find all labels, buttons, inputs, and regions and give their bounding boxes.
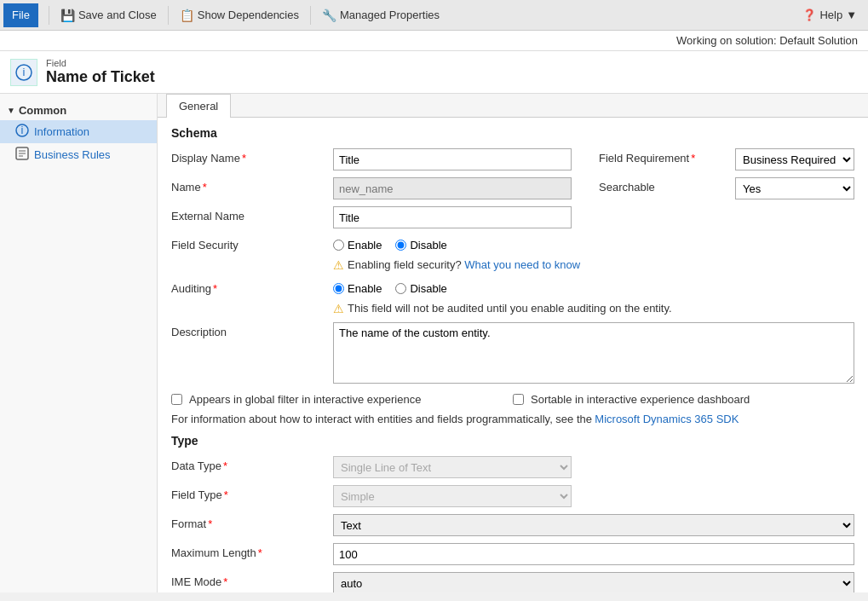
global-filter-col: Appears in global filter in interactive … [171, 393, 513, 406]
sidebar-item-business-rules[interactable]: Business Rules [0, 143, 157, 166]
data-type-select[interactable]: Single Line of Text Multiple Lines of Te… [333, 456, 572, 478]
field-type-row: Field Type* Simple Calculated Rollup [171, 485, 854, 507]
svg-text:i: i [21, 124, 24, 136]
solution-bar: Working on solution: Default Solution [0, 31, 868, 51]
page-title: Name of Ticket [46, 68, 155, 86]
max-length-label: Maximum Length* [171, 543, 333, 559]
sidebar-item-information-label: Information [34, 125, 89, 138]
sortable-checkbox[interactable] [513, 394, 524, 405]
max-length-input[interactable] [333, 543, 854, 565]
file-button[interactable]: File [3, 3, 38, 27]
searchable-label: Searchable [599, 177, 735, 194]
external-name-input[interactable] [333, 206, 572, 228]
description-textarea[interactable]: The name of the custom entity. [333, 322, 854, 384]
name-input[interactable] [333, 177, 572, 199]
format-label: Format* [171, 514, 333, 530]
auditing-enable-radio[interactable] [333, 283, 344, 294]
main-layout: ▼ Common i Information Business Rules Ge… [0, 94, 868, 592]
auditing-disable-label[interactable]: Disable [395, 282, 446, 295]
field-type-control: Simple Calculated Rollup [333, 485, 572, 507]
rules-sidebar-icon [15, 147, 29, 163]
sidebar-group-label: Common [19, 104, 66, 117]
ime-mode-control: auto active inactive disabled [333, 572, 854, 592]
field-type-required: * [224, 488, 228, 501]
format-required: * [208, 517, 212, 530]
name-control [333, 177, 572, 199]
save-close-button[interactable]: 💾 Save and Close [53, 3, 164, 27]
field-security-row: Field Security Enable Disable [171, 235, 854, 251]
tab-general[interactable]: General [166, 94, 231, 118]
page-header-text: Field Name of Ticket [46, 58, 155, 86]
ime-mode-select[interactable]: auto active inactive disabled [333, 572, 854, 592]
type-section-title: Type [171, 434, 854, 448]
page-header: i Field Name of Ticket [0, 51, 868, 94]
sortable-col: Sortable in interactive experience dashb… [513, 393, 854, 406]
dependencies-icon: 📋 [180, 9, 194, 22]
external-name-row: External Name [171, 206, 854, 228]
display-name-input[interactable] [333, 148, 572, 170]
field-type-select[interactable]: Simple Calculated Rollup [333, 485, 572, 507]
ime-mode-required: * [223, 575, 227, 588]
ime-mode-row: IME Mode* auto active inactive disabled [171, 572, 854, 592]
field-req-required: * [691, 152, 695, 165]
auditing-disable-radio[interactable] [395, 283, 406, 294]
managed-icon: 🔧 [322, 9, 336, 22]
info-sidebar-icon: i [15, 124, 29, 140]
auditing-warning-icon: ⚠ [333, 302, 344, 315]
help-icon: ❓ [802, 9, 816, 21]
global-filter-checkbox[interactable] [171, 394, 182, 405]
toolbar: File 💾 Save and Close 📋 Show Dependencie… [0, 0, 868, 31]
toolbar-right: ❓ Help ▼ [795, 3, 865, 27]
max-length-control [333, 543, 854, 565]
auditing-row: Auditing* Enable Disable [171, 279, 854, 295]
sidebar-item-information[interactable]: i Information [0, 120, 157, 143]
auditing-required: * [213, 282, 217, 295]
searchable-group: Searchable Yes No [599, 177, 854, 199]
searchable-select[interactable]: Yes No [735, 177, 854, 199]
format-row: Format* Text Email URL Phone Ticker Symb… [171, 514, 854, 536]
save-close-label: Save and Close [78, 9, 157, 21]
save-icon: 💾 [60, 9, 75, 22]
field-security-disable-label[interactable]: Disable [395, 239, 446, 251]
field-icon: i [10, 59, 37, 86]
format-control: Text Email URL Phone Ticker Symbol [333, 514, 854, 536]
description-label: Description [171, 322, 333, 338]
field-security-warning: ⚠ Enabling field security? What you need… [171, 258, 854, 272]
show-dependencies-label: Show Dependencies [198, 9, 299, 21]
sidebar-item-business-rules-label: Business Rules [34, 148, 111, 161]
data-type-row: Data Type* Single Line of Text Multiple … [171, 456, 854, 478]
field-requirement-select[interactable]: No Constraint Business Recommended Busin… [735, 148, 854, 170]
field-requirement-group: Field Requirement* No Constraint Busines… [599, 148, 854, 170]
auditing-warning: ⚠ This field will not be audited until y… [171, 302, 854, 315]
managed-properties-button[interactable]: 🔧 Managed Properties [314, 3, 447, 27]
help-label: Help [819, 9, 842, 21]
field-security-enable-radio[interactable] [333, 240, 344, 251]
toolbar-sep-2 [168, 6, 169, 25]
global-filter-label: Appears in global filter in interactive … [189, 393, 421, 406]
field-security-warning-link[interactable]: What you need to know [464, 258, 580, 271]
field-security-radio-group: Enable Disable [333, 235, 572, 251]
show-dependencies-button[interactable]: 📋 Show Dependencies [172, 3, 307, 27]
field-security-enable-label[interactable]: Enable [333, 239, 382, 251]
help-button[interactable]: ❓ Help ▼ [795, 3, 865, 27]
toolbar-sep-1 [49, 6, 49, 25]
field-requirement-control: No Constraint Business Recommended Busin… [735, 148, 854, 170]
sdk-link[interactable]: Microsoft Dynamics 365 SDK [595, 413, 739, 425]
sidebar-group-common: ▼ Common [0, 101, 157, 120]
solution-bar-text: Working on solution: Default Solution [676, 34, 858, 47]
format-select[interactable]: Text Email URL Phone Ticker Symbol [333, 514, 854, 536]
field-label: Field [46, 58, 155, 68]
display-name-control [333, 148, 572, 170]
field-security-disable-radio[interactable] [395, 240, 406, 251]
data-type-control: Single Line of Text Multiple Lines of Te… [333, 456, 572, 478]
auditing-enable-label[interactable]: Enable [333, 282, 382, 295]
field-type-label: Field Type* [171, 485, 333, 501]
auditing-label: Auditing* [171, 279, 333, 295]
sidebar: ▼ Common i Information Business Rules [0, 94, 158, 592]
field-security-label: Field Security [171, 235, 333, 251]
display-name-label: Display Name* [171, 148, 333, 165]
group-triangle-icon: ▼ [7, 106, 15, 115]
max-length-required: * [258, 546, 262, 559]
schema-section: Schema Display Name* Field Requirement* … [158, 118, 868, 592]
name-label: Name* [171, 177, 333, 194]
